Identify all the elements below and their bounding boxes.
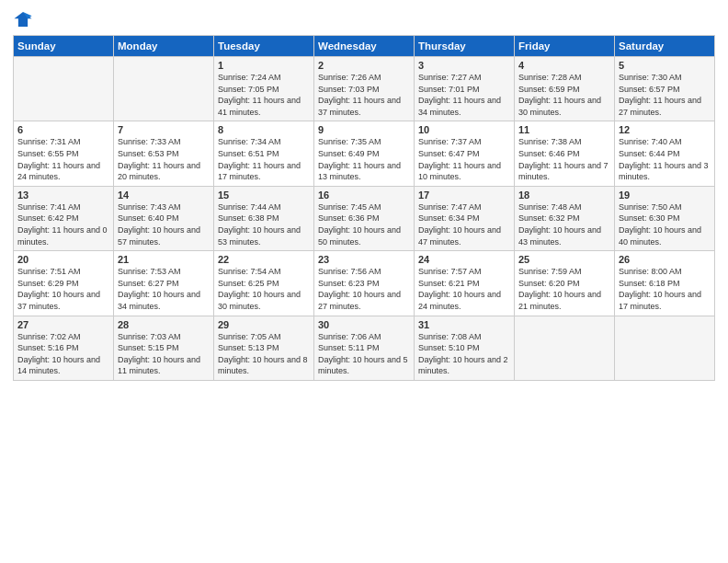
day-of-week-header: Sunday <box>14 36 114 57</box>
day-info: Sunrise: 7:44 AM Sunset: 6:38 PM Dayligh… <box>218 201 310 247</box>
day-info: Sunrise: 7:43 AM Sunset: 6:40 PM Dayligh… <box>118 201 210 247</box>
day-number: 25 <box>518 254 610 265</box>
day-number: 12 <box>619 124 711 135</box>
day-info: Sunrise: 7:31 AM Sunset: 6:55 PM Dayligh… <box>17 136 109 182</box>
day-number: 28 <box>118 319 210 330</box>
day-info: Sunrise: 7:48 AM Sunset: 6:32 PM Dayligh… <box>518 201 610 247</box>
day-info: Sunrise: 7:37 AM Sunset: 6:47 PM Dayligh… <box>418 136 510 182</box>
day-number: 18 <box>518 190 610 201</box>
day-info: Sunrise: 7:34 AM Sunset: 6:51 PM Dayligh… <box>218 136 310 182</box>
calendar-cell: 22Sunrise: 7:54 AM Sunset: 6:25 PM Dayli… <box>214 251 314 316</box>
calendar-cell: 27Sunrise: 7:02 AM Sunset: 5:16 PM Dayli… <box>14 316 114 380</box>
day-of-week-header: Saturday <box>615 36 715 57</box>
day-info: Sunrise: 7:47 AM Sunset: 6:34 PM Dayligh… <box>418 201 510 247</box>
day-number: 17 <box>418 190 510 201</box>
day-info: Sunrise: 7:38 AM Sunset: 6:46 PM Dayligh… <box>518 136 610 182</box>
day-info: Sunrise: 8:00 AM Sunset: 6:18 PM Dayligh… <box>619 266 711 312</box>
day-info: Sunrise: 7:02 AM Sunset: 5:16 PM Dayligh… <box>17 331 109 377</box>
day-number: 13 <box>17 190 109 201</box>
calendar-page: SundayMondayTuesdayWednesdayThursdayFrid… <box>0 0 728 563</box>
calendar-cell: 23Sunrise: 7:56 AM Sunset: 6:23 PM Dayli… <box>314 251 415 316</box>
calendar-cell <box>14 57 114 121</box>
day-number: 11 <box>518 124 610 135</box>
calendar-week-row: 13Sunrise: 7:41 AM Sunset: 6:42 PM Dayli… <box>14 186 715 250</box>
calendar-cell: 31Sunrise: 7:08 AM Sunset: 5:10 PM Dayli… <box>415 316 515 380</box>
calendar-cell: 4Sunrise: 7:28 AM Sunset: 6:59 PM Daylig… <box>515 57 615 121</box>
day-of-week-header: Monday <box>114 36 214 57</box>
day-info: Sunrise: 7:33 AM Sunset: 6:53 PM Dayligh… <box>118 136 210 182</box>
header <box>13 9 715 29</box>
day-number: 23 <box>318 254 410 265</box>
calendar-cell: 19Sunrise: 7:50 AM Sunset: 6:30 PM Dayli… <box>615 186 715 250</box>
day-number: 26 <box>619 254 711 265</box>
calendar-cell: 29Sunrise: 7:05 AM Sunset: 5:13 PM Dayli… <box>214 316 314 380</box>
day-info: Sunrise: 7:03 AM Sunset: 5:15 PM Dayligh… <box>118 331 210 377</box>
svg-marker-0 <box>14 12 31 27</box>
calendar-cell: 1Sunrise: 7:24 AM Sunset: 7:05 PM Daylig… <box>214 57 314 121</box>
day-number: 24 <box>418 254 510 265</box>
day-info: Sunrise: 7:30 AM Sunset: 6:57 PM Dayligh… <box>619 72 711 118</box>
calendar-cell: 28Sunrise: 7:03 AM Sunset: 5:15 PM Dayli… <box>114 316 214 380</box>
day-number: 15 <box>218 190 310 201</box>
day-number: 22 <box>218 254 310 265</box>
calendar-cell: 18Sunrise: 7:48 AM Sunset: 6:32 PM Dayli… <box>515 186 615 250</box>
day-number: 29 <box>218 319 310 330</box>
calendar-table: SundayMondayTuesdayWednesdayThursdayFrid… <box>13 35 715 381</box>
day-number: 19 <box>619 190 711 201</box>
day-info: Sunrise: 7:06 AM Sunset: 5:11 PM Dayligh… <box>318 331 410 377</box>
calendar-header-row: SundayMondayTuesdayWednesdayThursdayFrid… <box>14 36 715 57</box>
day-number: 10 <box>418 124 510 135</box>
day-info: Sunrise: 7:45 AM Sunset: 6:36 PM Dayligh… <box>318 201 410 247</box>
day-number: 7 <box>118 124 210 135</box>
calendar-cell: 26Sunrise: 8:00 AM Sunset: 6:18 PM Dayli… <box>615 251 715 316</box>
calendar-cell: 14Sunrise: 7:43 AM Sunset: 6:40 PM Dayli… <box>114 186 214 250</box>
calendar-cell: 12Sunrise: 7:40 AM Sunset: 6:44 PM Dayli… <box>615 121 715 186</box>
day-number: 5 <box>619 60 711 71</box>
calendar-week-row: 1Sunrise: 7:24 AM Sunset: 7:05 PM Daylig… <box>14 57 715 121</box>
day-number: 2 <box>318 60 410 71</box>
calendar-cell: 8Sunrise: 7:34 AM Sunset: 6:51 PM Daylig… <box>214 121 314 186</box>
calendar-cell: 21Sunrise: 7:53 AM Sunset: 6:27 PM Dayli… <box>114 251 214 316</box>
calendar-cell <box>114 57 214 121</box>
day-number: 1 <box>218 60 310 71</box>
day-info: Sunrise: 7:59 AM Sunset: 6:20 PM Dayligh… <box>518 266 610 312</box>
day-info: Sunrise: 7:57 AM Sunset: 6:21 PM Dayligh… <box>418 266 510 312</box>
calendar-cell: 11Sunrise: 7:38 AM Sunset: 6:46 PM Dayli… <box>515 121 615 186</box>
calendar-cell: 24Sunrise: 7:57 AM Sunset: 6:21 PM Dayli… <box>415 251 515 316</box>
day-info: Sunrise: 7:40 AM Sunset: 6:44 PM Dayligh… <box>619 136 711 182</box>
calendar-week-row: 6Sunrise: 7:31 AM Sunset: 6:55 PM Daylig… <box>14 121 715 186</box>
logo-icon <box>13 9 33 29</box>
day-of-week-header: Friday <box>515 36 615 57</box>
calendar-week-row: 27Sunrise: 7:02 AM Sunset: 5:16 PM Dayli… <box>14 316 715 380</box>
calendar-cell: 7Sunrise: 7:33 AM Sunset: 6:53 PM Daylig… <box>114 121 214 186</box>
day-of-week-header: Tuesday <box>214 36 314 57</box>
calendar-cell: 17Sunrise: 7:47 AM Sunset: 6:34 PM Dayli… <box>415 186 515 250</box>
day-number: 20 <box>17 254 109 265</box>
day-number: 8 <box>218 124 310 135</box>
day-number: 16 <box>318 190 410 201</box>
day-number: 21 <box>118 254 210 265</box>
day-info: Sunrise: 7:50 AM Sunset: 6:30 PM Dayligh… <box>619 201 711 247</box>
day-info: Sunrise: 7:56 AM Sunset: 6:23 PM Dayligh… <box>318 266 410 312</box>
calendar-cell: 20Sunrise: 7:51 AM Sunset: 6:29 PM Dayli… <box>14 251 114 316</box>
calendar-cell: 13Sunrise: 7:41 AM Sunset: 6:42 PM Dayli… <box>14 186 114 250</box>
day-number: 14 <box>118 190 210 201</box>
calendar-cell: 5Sunrise: 7:30 AM Sunset: 6:57 PM Daylig… <box>615 57 715 121</box>
day-info: Sunrise: 7:24 AM Sunset: 7:05 PM Dayligh… <box>218 72 310 118</box>
calendar-cell: 3Sunrise: 7:27 AM Sunset: 7:01 PM Daylig… <box>415 57 515 121</box>
day-info: Sunrise: 7:26 AM Sunset: 7:03 PM Dayligh… <box>318 72 410 118</box>
calendar-cell: 6Sunrise: 7:31 AM Sunset: 6:55 PM Daylig… <box>14 121 114 186</box>
calendar-week-row: 20Sunrise: 7:51 AM Sunset: 6:29 PM Dayli… <box>14 251 715 316</box>
day-info: Sunrise: 7:08 AM Sunset: 5:10 PM Dayligh… <box>418 331 510 377</box>
day-number: 30 <box>318 319 410 330</box>
calendar-cell <box>615 316 715 380</box>
day-of-week-header: Thursday <box>415 36 515 57</box>
logo <box>13 9 35 29</box>
day-number: 3 <box>418 60 510 71</box>
day-number: 27 <box>17 319 109 330</box>
calendar-cell: 16Sunrise: 7:45 AM Sunset: 6:36 PM Dayli… <box>314 186 415 250</box>
calendar-cell: 15Sunrise: 7:44 AM Sunset: 6:38 PM Dayli… <box>214 186 314 250</box>
calendar-cell: 25Sunrise: 7:59 AM Sunset: 6:20 PM Dayli… <box>515 251 615 316</box>
calendar-cell: 2Sunrise: 7:26 AM Sunset: 7:03 PM Daylig… <box>314 57 415 121</box>
day-info: Sunrise: 7:28 AM Sunset: 6:59 PM Dayligh… <box>518 72 610 118</box>
